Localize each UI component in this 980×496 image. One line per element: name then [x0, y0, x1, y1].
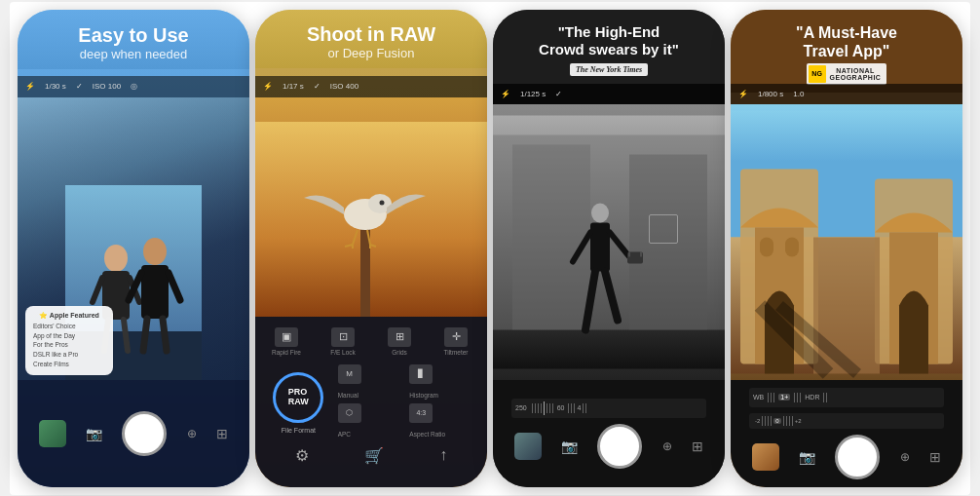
wireless-icon4[interactable]: ⊕ — [900, 450, 910, 464]
shutter-btn3[interactable] — [597, 424, 642, 469]
apc-icon: ⬡ — [338, 403, 361, 423]
camera-icon3[interactable]: 📷 — [561, 439, 578, 454]
phone-card-3: "The High-EndCrowd swears by it" The New… — [493, 10, 725, 487]
flash-icon3: ⚡ — [501, 90, 510, 98]
manual-btn[interactable]: M Manual — [338, 364, 408, 401]
shutter-btn4[interactable] — [835, 435, 880, 479]
card2-controls-panel: ▣ Rapid Fire ⊡ F/E Lock ⊞ Grids ✛ Tiltme… — [255, 317, 487, 487]
card2-selector-row: PRORAW File Format M Manual ▊ Histogram — [255, 362, 487, 442]
rapid-fire-icon: ▣ — [275, 327, 298, 347]
pro-raw-button[interactable]: PRORAW — [273, 372, 323, 423]
tiltmeter-btn[interactable]: ✛ Tiltmeter — [429, 324, 483, 359]
natgeo-text: NATIONALGEOGRAPHIC — [830, 67, 882, 81]
svg-rect-43 — [760, 237, 773, 256]
shutter-button[interactable] — [122, 411, 167, 456]
pro-raw-wrapper: PRORAW File Format — [263, 370, 334, 434]
mode-icon2: ✓ — [314, 82, 320, 91]
grids-label: Grids — [392, 349, 407, 356]
card3-exposure-bar: 250 60 4 — [511, 399, 706, 418]
card1-camera-bar: ⚡ 1/30 s ✓ ISO 100 ◎ — [18, 76, 249, 97]
card1-bottom-nav: 📷 ⊕ ⊞ — [18, 411, 249, 456]
wb-label: WB — [753, 394, 764, 401]
hdr-label: HDR — [805, 394, 819, 401]
exp-val: 1+ — [778, 394, 790, 401]
share-icon[interactable]: ↑ — [439, 446, 447, 464]
aspect-ratio-icon: 4:3 — [409, 403, 433, 423]
settings-icon: ◎ — [131, 82, 137, 91]
thumbnail3[interactable] — [514, 433, 542, 460]
fe-lock-label: F/E Lock — [330, 349, 356, 356]
flash-icon2: ⚡ — [263, 82, 273, 91]
card3-photo — [493, 104, 725, 380]
card4-bottom-nav: 📷 ⊕ ⊞ — [731, 435, 962, 479]
card1-header: Easy to Use deep when needed — [18, 10, 249, 69]
card3-bottom-controls: 250 60 4 📷 ⊕ ⊞ — [493, 380, 725, 487]
plus-label: +2 — [795, 418, 802, 424]
grids-btn[interactable]: ⊞ Grids — [372, 324, 427, 359]
tiltmeter-label: Tiltmeter — [443, 349, 468, 356]
iso-label: ISO 100 — [93, 82, 121, 91]
card2-sub-icons: M Manual ▊ Histogram ⬡ APC 4:3 Aspect Ra… — [338, 364, 479, 440]
badge-heading: ⭐ Apple Featured — [33, 312, 105, 320]
pro-raw-label: PRORAW — [288, 388, 309, 407]
shutter4: 1/800 s — [758, 90, 783, 98]
card2-bottom-row: ⚙ 🛒 ↑ — [255, 442, 487, 469]
card2-camera-bar: ⚡ 1/17 s ✓ ISO 400 — [255, 76, 487, 97]
svg-rect-44 — [785, 237, 799, 256]
card4-photo — [731, 104, 962, 380]
card3-title: "The High-EndCrowd swears by it" — [503, 23, 715, 58]
card2-format-selector: PRORAW File Format — [263, 370, 334, 434]
apc-btn[interactable]: ⬡ APC — [338, 403, 408, 440]
grid-icon[interactable]: ⊞ — [216, 426, 228, 441]
rapid-fire-btn[interactable]: ▣ Rapid Fire — [259, 324, 314, 359]
camera-icon4[interactable]: 📷 — [799, 449, 815, 465]
exposure-label: 250 — [515, 404, 527, 411]
screenshots-container: Easy to Use deep when needed ⚡ 1/30 s ✓ … — [10, 2, 970, 495]
card4-sub-bar: -2 0 +2 — [749, 413, 944, 429]
svg-rect-47 — [813, 237, 880, 373]
svg-point-8 — [143, 238, 167, 265]
flash-icon4: ⚡ — [738, 90, 748, 98]
card4-exposure-bar: WB 1+ HDR — [749, 388, 944, 407]
manual-icon: M — [338, 364, 361, 384]
svg-line-13 — [163, 319, 167, 351]
grid-icon4[interactable]: ⊞ — [929, 449, 941, 465]
phone-card-4: "A Must-HaveTravel App" NG NATIONALGEOGR… — [731, 10, 962, 487]
card1-title: Easy to Use — [27, 23, 240, 47]
mode3: ✓ — [555, 90, 562, 98]
tiltmeter-icon: ✛ — [444, 327, 468, 347]
wireless-icon3[interactable]: ⊕ — [662, 439, 672, 453]
minus-label: -2 — [755, 418, 760, 424]
svg-rect-30 — [590, 222, 610, 271]
svg-point-31 — [591, 203, 609, 222]
histogram-label: Histogram — [409, 392, 438, 399]
svg-rect-28 — [512, 144, 590, 329]
svg-line-7 — [124, 320, 128, 351]
aspect-ratio-btn[interactable]: 4:3 Aspect Ratio — [409, 403, 479, 440]
wireless-icon[interactable]: ⊕ — [187, 427, 197, 440]
settings-icon[interactable]: ⚙ — [295, 446, 309, 465]
nyt-badge: The New York Times — [570, 63, 648, 76]
card3-bottom-nav: 📷 ⊕ ⊞ — [493, 424, 725, 469]
mode4: 1.0 — [793, 90, 804, 98]
thumbnail-button[interactable] — [39, 420, 66, 447]
card4-bottom-controls: WB 1+ HDR -2 0 +2 📷 ⊕ ⊞ — [731, 380, 962, 487]
thumbnail4[interactable] — [752, 443, 779, 471]
svg-point-2 — [104, 245, 128, 272]
natgeo-badge: NG NATIONALGEOGRAPHIC — [807, 63, 887, 85]
grids-icon: ⊞ — [388, 327, 411, 347]
cart-icon[interactable]: 🛒 — [364, 446, 384, 465]
camera-icon[interactable]: 📷 — [86, 426, 102, 441]
card3-camera-bar: ⚡ 1/125 s ✓ — [493, 84, 725, 105]
card1-subtitle: deep when needed — [27, 47, 240, 61]
fe-lock-btn[interactable]: ⊡ F/E Lock — [316, 324, 370, 359]
apc-label: APC — [338, 431, 351, 438]
card3-header: "The High-EndCrowd swears by it" The New… — [493, 10, 725, 84]
aspect-ratio-label: Aspect Ratio — [409, 431, 445, 438]
fe-lock-icon: ⊡ — [331, 327, 355, 347]
histogram-btn[interactable]: ▊ Histogram — [409, 364, 479, 401]
mode-icon: ✓ — [76, 82, 83, 91]
manual-label: Manual — [338, 392, 358, 399]
grid-icon3[interactable]: ⊞ — [692, 439, 703, 454]
card1-bottom-controls: 📷 ⊕ ⊞ — [18, 380, 249, 487]
